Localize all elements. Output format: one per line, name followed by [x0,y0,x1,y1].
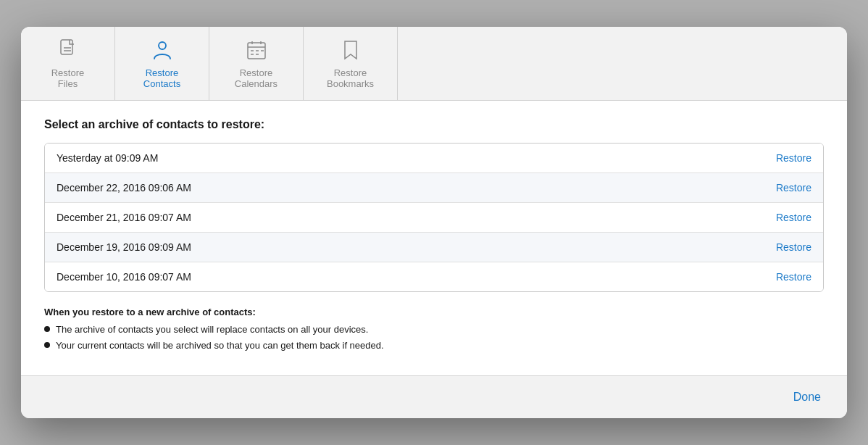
svg-point-3 [159,42,166,49]
tab-restore-contacts[interactable]: RestoreContacts [115,27,209,100]
bullet-icon [44,342,50,348]
book-icon [338,37,364,63]
table-row: December 10, 2016 09:07 AM Restore [45,262,823,291]
list-item: The archive of contacts you select will … [44,323,824,336]
main-content: Select an archive of contacts to restore… [21,101,847,375]
archive-date: December 19, 2016 09:09 AM [57,241,191,253]
bullet-icon [44,326,50,332]
restore-button-1[interactable]: Restore [776,182,811,194]
archive-date: Yesterday at 09:09 AM [57,152,158,164]
table-row: December 22, 2016 09:06 AM Restore [45,173,823,203]
tab-restore-contacts-label: RestoreContacts [143,67,180,90]
archive-date: December 21, 2016 09:07 AM [57,212,191,223]
tab-bar: RestoreFiles RestoreContacts [21,27,847,101]
person-icon [149,37,175,63]
list-item: Your current contacts will be archived s… [44,339,824,352]
info-title: When you restore to a new archive of con… [44,307,824,317]
tab-restore-bookmarks[interactable]: RestoreBookmarks [304,27,398,100]
file-icon [55,37,81,63]
info-list: The archive of contacts you select will … [44,323,824,352]
table-row: December 21, 2016 09:07 AM Restore [45,203,823,233]
tab-restore-files[interactable]: RestoreFiles [21,27,115,100]
footer: Done [21,375,847,418]
archive-list: Yesterday at 09:09 AM Restore December 2… [44,143,824,292]
tab-restore-bookmarks-label: RestoreBookmarks [327,67,374,90]
table-row: Yesterday at 09:09 AM Restore [45,144,823,173]
restore-button-4[interactable]: Restore [776,271,811,283]
tab-restore-calendars[interactable]: RestoreCalendars [209,27,304,100]
calendar-icon [243,37,270,63]
done-button[interactable]: Done [788,388,827,407]
info-bullet-1: Your current contacts will be archived s… [56,339,384,352]
archive-date: December 22, 2016 09:06 AM [57,182,191,194]
restore-button-3[interactable]: Restore [776,241,811,253]
tab-restore-calendars-label: RestoreCalendars [235,67,277,90]
table-row: December 19, 2016 09:09 AM Restore [45,233,823,262]
tab-restore-files-label: RestoreFiles [51,67,85,90]
restore-button-0[interactable]: Restore [776,152,811,164]
restore-dialog: RestoreFiles RestoreContacts [21,27,847,419]
info-section: When you restore to a new archive of con… [44,307,824,364]
archive-date: December 10, 2016 09:07 AM [57,271,191,283]
info-bullet-0: The archive of contacts you select will … [56,323,368,336]
section-title: Select an archive of contacts to restore… [44,118,824,131]
restore-button-2[interactable]: Restore [776,212,811,223]
svg-rect-0 [61,40,72,54]
